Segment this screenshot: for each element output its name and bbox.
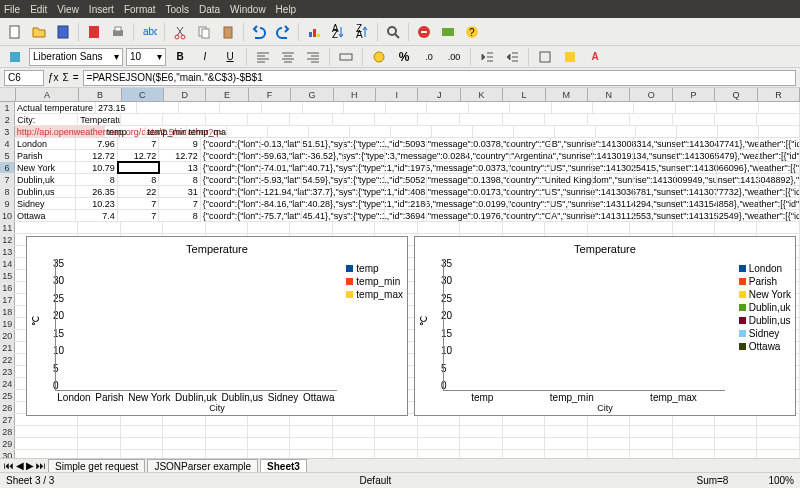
cell-O28[interactable] [630, 426, 672, 437]
cell-J8[interactable] [427, 186, 468, 197]
cell-G1[interactable] [303, 102, 344, 113]
chart-0[interactable]: Temperature℃City05101520253035LondonPari… [26, 236, 408, 416]
cell-L6[interactable] [510, 162, 551, 173]
stop-icon[interactable] [413, 21, 435, 43]
cell-J6[interactable] [427, 162, 468, 173]
cell-P5[interactable] [676, 150, 717, 161]
cell-F11[interactable] [248, 222, 290, 233]
row-header[interactable]: 22 [0, 354, 15, 365]
cell-L8[interactable] [510, 186, 551, 197]
cell-K5[interactable] [468, 150, 509, 161]
cell-J11[interactable] [418, 222, 460, 233]
cell-F5[interactable] [261, 150, 302, 161]
zoom-level[interactable]: 100% [768, 475, 794, 486]
cell-E9[interactable]: {"coord":{"lon":-84.16,"lat":40.28},"sys… [201, 198, 261, 209]
cell-K28[interactable] [460, 426, 502, 437]
cell-I2[interactable] [375, 114, 417, 125]
sheet-tab[interactable]: JSONParser example [147, 459, 258, 473]
cell-P6[interactable] [676, 162, 717, 173]
cell-A8[interactable]: Dublin,us [15, 186, 76, 197]
menu-edit[interactable]: Edit [30, 4, 47, 15]
cell-I8[interactable] [385, 186, 426, 197]
cell-I5[interactable] [385, 150, 426, 161]
cell-R2[interactable] [757, 114, 799, 125]
cell-O7[interactable] [634, 174, 675, 185]
cell-H29[interactable] [333, 438, 375, 449]
cell-B5[interactable]: 12.72 [76, 150, 117, 161]
cell-Q5[interactable] [717, 150, 758, 161]
cell-L7[interactable] [510, 174, 551, 185]
col-header-E[interactable]: E [206, 88, 248, 101]
cell-O2[interactable] [630, 114, 672, 125]
cell-P3[interactable] [677, 126, 718, 137]
row-header[interactable]: 5 [0, 150, 15, 161]
cell-H7[interactable] [344, 174, 385, 185]
cell-A28[interactable] [15, 426, 78, 437]
cell-B2[interactable]: Temperature [78, 114, 120, 125]
cell-O9[interactable] [634, 198, 675, 209]
col-header-A[interactable]: A [16, 88, 79, 101]
currency-icon[interactable] [368, 46, 390, 68]
cell-D5[interactable]: 12.72 [159, 150, 200, 161]
row-header[interactable]: 23 [0, 366, 15, 377]
menu-format[interactable]: Format [124, 4, 156, 15]
cell-G11[interactable] [290, 222, 332, 233]
cell-D8[interactable]: 31 [159, 186, 200, 197]
col-header-Q[interactable]: Q [715, 88, 757, 101]
menu-window[interactable]: Window [230, 4, 266, 15]
cell-P1[interactable] [676, 102, 717, 113]
col-header-L[interactable]: L [503, 88, 545, 101]
cell-L28[interactable] [503, 426, 545, 437]
formula-icon[interactable]: = [73, 72, 79, 83]
cell-N29[interactable] [588, 438, 630, 449]
cell-I3[interactable] [391, 126, 432, 137]
cell-A1[interactable]: Actual temperature [15, 102, 96, 113]
cell-C7[interactable]: 8 [118, 174, 159, 185]
cell-R8[interactable] [759, 186, 800, 197]
cell-O5[interactable] [634, 150, 675, 161]
col-header-I[interactable]: I [376, 88, 418, 101]
cell-C28[interactable] [121, 426, 163, 437]
row-header[interactable]: 21 [0, 342, 15, 353]
cell-R28[interactable] [757, 426, 799, 437]
cell-J9[interactable] [427, 198, 468, 209]
cell-O1[interactable] [634, 102, 675, 113]
cell-A6[interactable]: New York [15, 162, 76, 173]
cell-N5[interactable] [593, 150, 634, 161]
cell-E29[interactable] [206, 438, 248, 449]
chart-1[interactable]: Temperature℃City05101520253035temptemp_m… [414, 236, 796, 416]
cell-H28[interactable] [333, 426, 375, 437]
cell-L9[interactable] [510, 198, 551, 209]
row-header[interactable]: 26 [0, 402, 15, 413]
copy-icon[interactable] [193, 21, 215, 43]
row-header[interactable]: 25 [0, 390, 15, 401]
cell-Q29[interactable] [715, 438, 757, 449]
cell-R6[interactable] [759, 162, 800, 173]
row-header[interactable]: 10 [0, 210, 15, 221]
cell-K3[interactable] [473, 126, 514, 137]
col-header-M[interactable]: M [546, 88, 588, 101]
cell-K6[interactable] [468, 162, 509, 173]
cell-E3[interactable] [227, 126, 268, 137]
indent-more-icon[interactable] [501, 46, 523, 68]
cell-J2[interactable] [418, 114, 460, 125]
cell-Q10[interactable] [717, 210, 758, 221]
col-header-J[interactable]: J [418, 88, 460, 101]
save-icon[interactable] [52, 21, 74, 43]
cell-D29[interactable] [163, 438, 205, 449]
row-header[interactable]: 9 [0, 198, 15, 209]
cell-B4[interactable]: 7.96 [76, 138, 117, 149]
cell-H8[interactable] [344, 186, 385, 197]
cell-M6[interactable] [551, 162, 592, 173]
cell-K4[interactable] [468, 138, 509, 149]
col-header-N[interactable]: N [588, 88, 630, 101]
row-header[interactable]: 11 [0, 222, 15, 233]
cell-F9[interactable] [261, 198, 302, 209]
cell-C3[interactable]: temp_min [146, 126, 187, 137]
cell-F2[interactable] [248, 114, 290, 125]
cell-I7[interactable] [385, 174, 426, 185]
col-header-H[interactable]: H [334, 88, 376, 101]
cell-C5[interactable]: 12.72 [118, 150, 159, 161]
sheet-tab[interactable]: Sheet3 [260, 459, 307, 473]
italic-button[interactable]: I [194, 46, 216, 68]
